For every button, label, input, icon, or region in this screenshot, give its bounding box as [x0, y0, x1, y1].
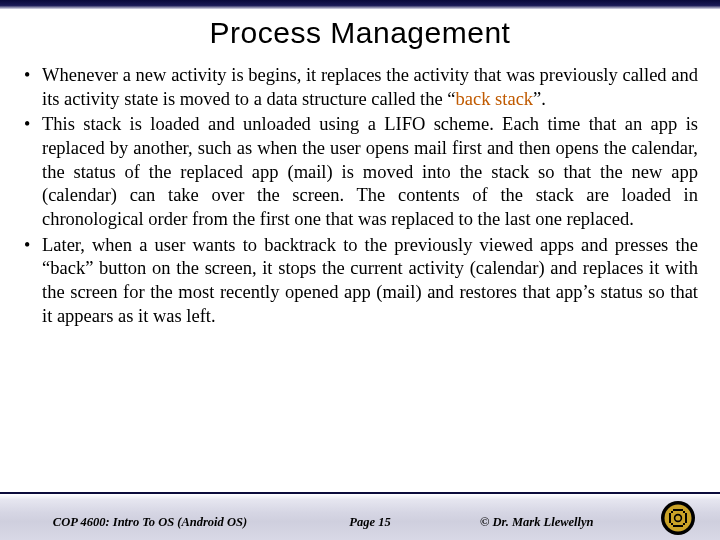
footer-row: COP 4600: Intro To OS (Android OS) Page …	[0, 515, 720, 530]
slide: Process Management Whenever a new activi…	[0, 0, 720, 540]
svg-point-11	[675, 515, 680, 520]
bullet-3: Later, when a user wants to backtrack to…	[20, 234, 698, 329]
bullet-1-text-post: ”.	[533, 89, 546, 109]
svg-rect-7	[683, 511, 685, 513]
bullet-1-highlight: back stack	[456, 89, 534, 109]
footer-page: Page 15	[300, 515, 440, 530]
slide-content: Whenever a new activity is begins, it re…	[20, 64, 698, 330]
bullet-2-text: This stack is loaded and unloaded using …	[42, 114, 698, 229]
bullet-list: Whenever a new activity is begins, it re…	[20, 64, 698, 328]
svg-rect-4	[669, 513, 671, 523]
top-band-decoration	[0, 0, 720, 10]
bullet-3-text: Later, when a user wants to backtrack to…	[42, 235, 698, 326]
bullet-2: This stack is loaded and unloaded using …	[20, 113, 698, 231]
svg-rect-9	[683, 523, 685, 525]
svg-rect-8	[671, 523, 673, 525]
svg-rect-3	[673, 525, 683, 527]
svg-rect-2	[673, 509, 683, 511]
bullet-1-text-pre: Whenever a new activity is begins, it re…	[42, 65, 698, 109]
ucf-logo-icon	[660, 500, 696, 536]
svg-rect-6	[671, 511, 673, 513]
bullet-1: Whenever a new activity is begins, it re…	[20, 64, 698, 111]
slide-title: Process Management	[0, 16, 720, 50]
footer-course: COP 4600: Intro To OS (Android OS)	[0, 515, 300, 530]
svg-rect-5	[685, 513, 687, 523]
